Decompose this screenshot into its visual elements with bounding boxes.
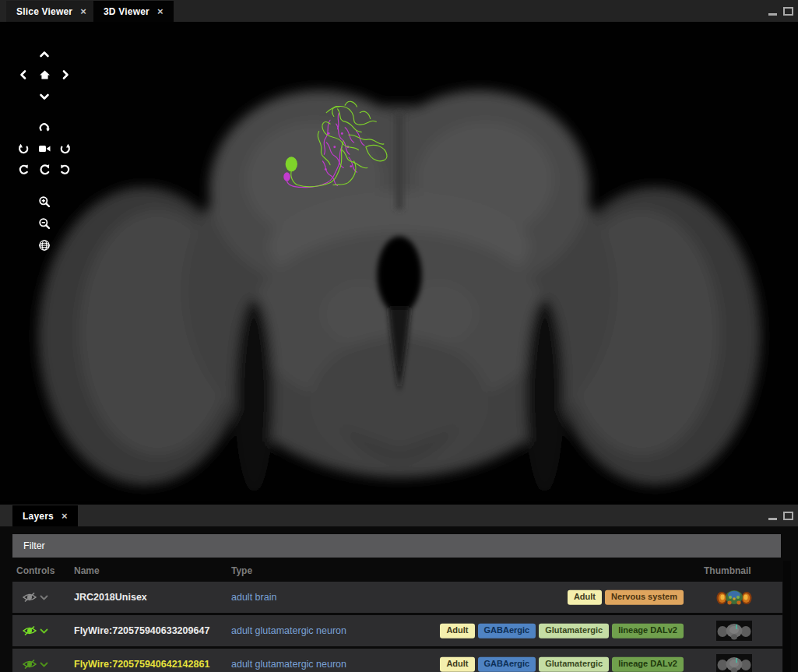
roll-reset-button[interactable] — [36, 161, 53, 178]
tab-slice-viewer-label: Slice Viewer — [16, 6, 72, 17]
tab-layers-label: Layers — [23, 511, 54, 522]
chevron-right-icon — [59, 69, 72, 81]
layer-type-link[interactable]: adult brain — [231, 592, 276, 603]
minimize-icon[interactable] — [768, 13, 777, 16]
layer-name[interactable]: FlyWire:720575940633209647 — [74, 625, 209, 636]
rotate-ccw-button[interactable] — [15, 140, 32, 157]
home-button[interactable] — [36, 66, 53, 83]
layers-table: Filter Controls Name Type Thumbnail JRC2… — [0, 526, 798, 672]
badge-list: AdultGABAergicGlutamatergiclineage DALv2 — [440, 657, 684, 672]
vertical-scrollbar[interactable] — [783, 561, 791, 672]
badge[interactable]: lineage DALv2 — [612, 624, 684, 639]
chevron-down-icon — [38, 90, 51, 103]
layer-type-link[interactable]: adult glutamatergic neuron — [231, 659, 346, 670]
pan-left-button[interactable] — [15, 66, 32, 83]
layer-type-link[interactable]: adult glutamatergic neuron — [231, 625, 346, 636]
tilt-rotate-button[interactable] — [36, 119, 53, 136]
close-icon[interactable]: × — [62, 511, 68, 521]
layer-name[interactable]: JRC2018Unisex — [74, 592, 147, 603]
zoom-in-icon — [38, 195, 51, 208]
zoom-out-button[interactable] — [36, 215, 53, 232]
chevron-up-icon — [38, 48, 51, 61]
badge[interactable]: GABAergic — [478, 624, 536, 639]
color-brain-thumbnail — [716, 587, 752, 607]
roll-cw-icon — [59, 164, 72, 176]
pan-right-button[interactable] — [57, 66, 74, 83]
zoom-out-icon — [38, 217, 51, 230]
brain-render — [0, 22, 798, 501]
badge[interactable]: GABAergic — [478, 657, 536, 672]
gray-brain-thumbnail — [716, 621, 752, 641]
badge[interactable]: Glutamatergic — [539, 657, 609, 672]
tab-3d-viewer[interactable]: 3D Viewer × — [93, 1, 174, 22]
home-icon — [38, 69, 51, 81]
layer-thumbnail[interactable] — [716, 621, 752, 641]
layer-name[interactable]: FlyWire:720575940642142861 — [74, 659, 209, 670]
rotate-ccw-icon — [17, 142, 30, 155]
minimize-icon[interactable] — [768, 518, 777, 520]
globe-reset-button[interactable] — [36, 237, 53, 254]
tilt-rotate-icon — [38, 121, 51, 134]
pan-down-button[interactable] — [36, 88, 53, 105]
layers-panelbar: Layers × — [0, 505, 798, 526]
roll-reset-icon — [38, 164, 51, 176]
zoom-in-button[interactable] — [36, 193, 53, 210]
gray-brain-thumbnail — [716, 654, 752, 672]
badge[interactable]: Adult — [440, 657, 474, 672]
maximize-icon[interactable] — [783, 7, 793, 16]
badge-list: AdultNervous system — [568, 590, 684, 605]
rotate-cw-icon — [59, 142, 72, 155]
badge[interactable]: Glutamatergic — [539, 624, 609, 639]
chevron-down-icon[interactable] — [40, 594, 48, 600]
viewer-tabbar: Slice Viewer × 3D Viewer × — [0, 0, 798, 22]
close-icon[interactable]: × — [80, 6, 86, 16]
badge-list: AdultGABAergicGlutamatergiclineage DALv2 — [440, 624, 684, 639]
rotate-cw-button[interactable] — [57, 140, 74, 157]
table-row[interactable]: JRC2018Unisex adult brain AdultNervous s… — [12, 582, 782, 613]
table-row[interactable]: FlyWire:720575940642142861 adult glutama… — [12, 649, 782, 672]
pan-up-button[interactable] — [36, 46, 53, 63]
visibility-eye-icon[interactable] — [22, 659, 37, 670]
roll-ccw-button[interactable] — [15, 161, 32, 178]
3d-viewport[interactable] — [0, 22, 798, 501]
badge[interactable]: Adult — [568, 590, 602, 605]
badge[interactable]: Nervous system — [605, 590, 684, 605]
maximize-icon[interactable] — [783, 512, 793, 520]
tab-slice-viewer[interactable]: Slice Viewer × — [6, 1, 97, 22]
camera-icon — [38, 143, 51, 154]
badge[interactable]: Adult — [440, 624, 474, 639]
record-camera-button[interactable] — [36, 140, 53, 157]
chevron-left-icon — [17, 69, 30, 81]
close-icon[interactable]: × — [157, 6, 163, 16]
roll-cw-button[interactable] — [57, 161, 74, 178]
tab-layers[interactable]: Layers × — [12, 505, 78, 526]
chevron-down-icon[interactable] — [40, 628, 48, 634]
layer-thumbnail[interactable] — [716, 654, 752, 672]
vfb-app-window: Slice Viewer × 3D Viewer × — [0, 0, 798, 672]
roll-ccw-icon — [17, 164, 30, 176]
layer-thumbnail[interactable] — [716, 587, 752, 607]
tab-3d-viewer-label: 3D Viewer — [104, 6, 149, 17]
chevron-down-icon[interactable] — [40, 661, 48, 667]
table-row[interactable]: FlyWire:720575940633209647 adult glutama… — [12, 615, 782, 646]
visibility-eye-icon[interactable] — [22, 625, 37, 637]
badge[interactable]: lineage DALv2 — [612, 657, 684, 672]
visibility-eye-icon[interactable] — [22, 592, 37, 603]
globe-icon — [38, 239, 51, 252]
